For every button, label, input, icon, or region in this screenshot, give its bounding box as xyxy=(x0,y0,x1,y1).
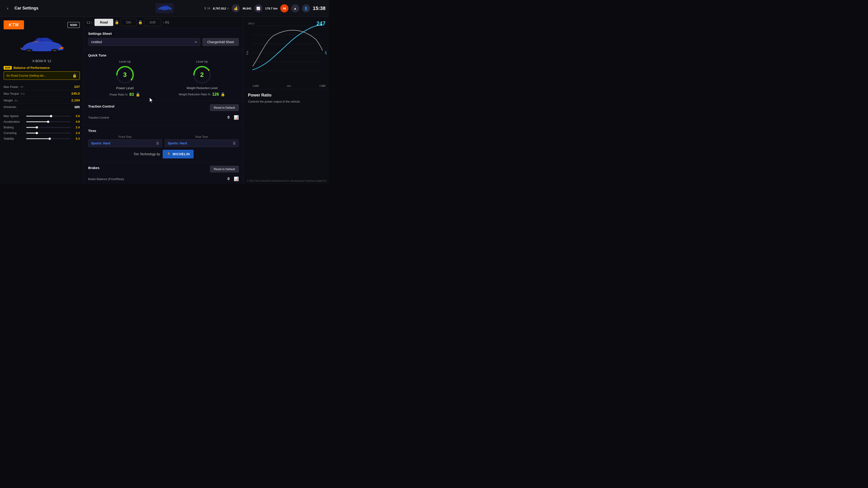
michelin-text: Tire Technology by xyxy=(133,152,160,156)
sheet-name-input[interactable]: Untitled ✏ xyxy=(88,38,200,46)
brakes-section: Brakes Reset to Default Brake Balance (F… xyxy=(84,162,243,184)
stability-perf: Stability 5.3 xyxy=(4,136,80,141)
svg-point-15 xyxy=(54,50,56,51)
sheet-name-text: Untitled xyxy=(91,40,102,44)
svg-point-4 xyxy=(168,9,169,10)
acceleration-perf-val: 4.9 xyxy=(73,120,80,123)
traction-control-value: 0 xyxy=(225,116,232,120)
rpm-start: 1,000 xyxy=(252,85,259,87)
car-name: X-BOW R '12 xyxy=(4,59,80,63)
graph-area: 247 245.0 ft·lb HP 1,000 xyxy=(243,17,329,89)
stability-perf-label: Stability xyxy=(4,137,24,140)
tab-drift[interactable]: Drift xyxy=(144,19,161,26)
stability-bar xyxy=(26,138,71,139)
header-right: ⇅ 14 8,797,912 cr 💰 96,941 📈 179.7 km 48… xyxy=(204,0,329,17)
tab-arrow-right[interactable]: › R1 xyxy=(162,20,170,25)
change-sheet-button[interactable]: Change/Add Sheet xyxy=(203,38,239,46)
max-speed-perf: Max Speed 5.6 xyxy=(4,113,80,119)
stability-perf-val: 5.3 xyxy=(73,137,80,140)
performance-badge: N300 xyxy=(67,22,80,28)
power-dial[interactable]: 3 xyxy=(115,65,135,85)
mileage-icon: 📈 xyxy=(254,4,262,12)
front-tire-select[interactable]: Sports: Hard ☰ xyxy=(88,139,162,147)
cornering-bar xyxy=(26,133,71,133)
acceleration-bar xyxy=(26,121,71,122)
cornering-perf-val: 2.4 xyxy=(73,131,80,135)
cornering-perf-label: Cornering xyxy=(4,131,24,135)
braking-bar xyxy=(26,127,71,128)
front-tire-menu-icon: ☰ xyxy=(156,141,159,145)
quick-tune-title: Quick Tune xyxy=(88,53,239,57)
power-level-label: Power Level xyxy=(116,86,133,90)
brakes-chart-icon[interactable]: 📊 xyxy=(234,176,239,182)
car-visual xyxy=(19,33,64,58)
weight-ratio-label: Weight Reduction Ratio % xyxy=(179,93,211,96)
profile-icon: 👤 xyxy=(302,4,310,12)
bop-row: BOP Balance of Performance xyxy=(4,66,80,70)
tab-road[interactable]: Road xyxy=(94,19,113,26)
brakes-title: Brakes xyxy=(88,166,99,170)
brake-balance-value-row: 0 📊 xyxy=(225,176,239,182)
distance-display: 179.7 km xyxy=(265,7,278,10)
max-torque-label: Max Torque xyxy=(4,92,19,95)
y-axis-label: ft·lb xyxy=(246,51,249,55)
traction-chart-icon[interactable]: 📊 xyxy=(234,115,239,120)
brand-logo: KTM xyxy=(4,20,24,29)
bop-label: Balance of Performance xyxy=(13,66,50,70)
michelin-row: Tire Technology by 🏃 MICHELIN xyxy=(88,150,239,158)
bop-setting-text: for Road Course (Setting dis... xyxy=(6,74,46,77)
tab-arrow-left[interactable]: L1 ‹ xyxy=(86,20,94,25)
max-torque-row: Max Torque ft-lb 245.0 xyxy=(4,90,80,97)
quick-tune-section: Quick Tune Level Up 3 Power Level xyxy=(84,50,243,101)
weight-label: Weight xyxy=(4,99,13,102)
braking-perf: Braking 2.4 xyxy=(4,125,80,130)
header-car-image xyxy=(156,3,174,13)
bop-badge: BOP xyxy=(4,66,12,70)
level-badge: 48 xyxy=(280,4,288,12)
max-speed-perf-label: Max Speed xyxy=(4,114,24,118)
lock-icon-dirt: 🔒 xyxy=(115,20,119,24)
credits-display: 8,797,912 cr xyxy=(213,7,229,10)
weight-row: Weight lbs. 2,194 xyxy=(4,97,80,104)
cornering-perf: Cornering 2.4 xyxy=(4,130,80,136)
tab-dirt[interactable]: Dirt xyxy=(121,19,137,26)
copyright: © 2021 Sony Interactive Entertainment In… xyxy=(247,180,327,182)
traction-control-header: Traction Control Reset to Default xyxy=(88,104,239,111)
weight-level-label: Weight Reduction Level xyxy=(186,86,217,90)
max-power-row: Max Power HP 247 xyxy=(4,84,80,90)
braking-perf-label: Braking xyxy=(4,126,24,129)
rear-tire-select[interactable]: Sports: Hard ☰ xyxy=(165,139,239,147)
power-level-panel: Level Up 3 Power Level Power Ratio % xyxy=(88,60,162,97)
braking-perf-val: 2.4 xyxy=(73,126,80,129)
tabs-bar: L1 ‹ Road 🔒 Dirt 🔒 Drift › R1 xyxy=(84,17,243,28)
michelin-logo: 🏃 MICHELIN xyxy=(163,150,193,158)
right-info-panel: Power Ratio Controls the power output of… xyxy=(243,89,329,107)
settings-sheet-section: Settings Sheet Untitled ✏ Change/Add She… xyxy=(84,28,243,50)
power-ratio-desc: Controls the power output of the vehicle… xyxy=(248,99,324,104)
power-ratio-label: Power Ratio % xyxy=(110,93,127,96)
brake-balance-label: Brake Balance (Front/Rear) xyxy=(88,177,124,181)
lock-icon-drift: 🔒 xyxy=(138,20,143,24)
rear-tires-label: Rear Tires xyxy=(165,135,239,138)
weight-dial[interactable]: 2 xyxy=(192,65,212,85)
traction-reset-button[interactable]: Reset to Default xyxy=(210,104,239,111)
max-speed-bar xyxy=(26,116,71,117)
traction-control-section: Traction Control Reset to Default Tracti… xyxy=(84,101,243,125)
max-power-value: 247 xyxy=(74,85,80,89)
traction-control-label: Traction Control xyxy=(88,116,109,119)
svg-point-12 xyxy=(28,50,30,51)
power-ratio-lock-icon: 🔒 xyxy=(135,92,140,97)
back-button[interactable]: ‹ xyxy=(4,4,12,12)
car-icon xyxy=(157,4,173,12)
weight-level-panel: Level Up 2 Weight Reduction Level Weight… xyxy=(165,60,239,97)
power-ratio-row: Power Ratio % 83 🔒 xyxy=(110,92,140,97)
brakes-reset-button[interactable]: Reset to Default xyxy=(210,166,239,172)
clock: 15:38 xyxy=(313,5,326,11)
rpm-end: 7,000 xyxy=(319,85,326,87)
max-torque-unit: ft-lb xyxy=(21,92,25,95)
front-tires-col: Front Tires Sports: Hard ☰ xyxy=(88,135,162,147)
traction-control-title: Traction Control xyxy=(88,104,114,108)
drivetrain-value: MR xyxy=(74,105,80,109)
max-power-unit: HP xyxy=(20,86,24,88)
weight-unit: lbs. xyxy=(14,99,18,102)
